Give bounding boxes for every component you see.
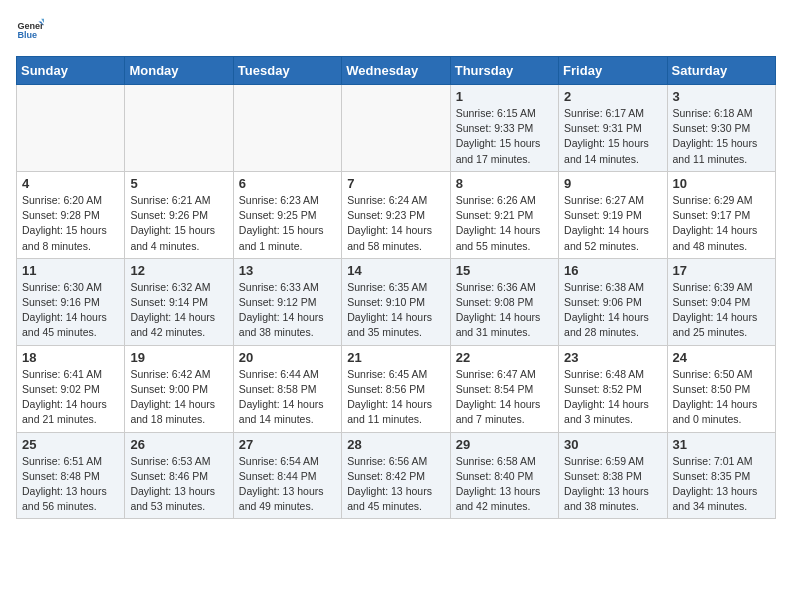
logo-icon: General Blue [16,16,44,44]
day-info: Sunrise: 6:48 AM Sunset: 8:52 PM Dayligh… [564,367,661,428]
day-cell-19: 19Sunrise: 6:42 AM Sunset: 9:00 PM Dayli… [125,345,233,432]
day-number: 19 [130,350,227,365]
day-number: 8 [456,176,553,191]
week-row-3: 11Sunrise: 6:30 AM Sunset: 9:16 PM Dayli… [17,258,776,345]
day-info: Sunrise: 6:23 AM Sunset: 9:25 PM Dayligh… [239,193,336,254]
day-cell-5: 5Sunrise: 6:21 AM Sunset: 9:26 PM Daylig… [125,171,233,258]
day-info: Sunrise: 6:30 AM Sunset: 9:16 PM Dayligh… [22,280,119,341]
day-number: 5 [130,176,227,191]
day-info: Sunrise: 6:53 AM Sunset: 8:46 PM Dayligh… [130,454,227,515]
day-number: 12 [130,263,227,278]
day-cell-3: 3Sunrise: 6:18 AM Sunset: 9:30 PM Daylig… [667,85,775,172]
day-info: Sunrise: 6:20 AM Sunset: 9:28 PM Dayligh… [22,193,119,254]
col-header-thursday: Thursday [450,57,558,85]
day-info: Sunrise: 6:26 AM Sunset: 9:21 PM Dayligh… [456,193,553,254]
day-number: 27 [239,437,336,452]
svg-text:Blue: Blue [17,30,37,40]
header: General Blue [16,16,776,44]
day-cell-29: 29Sunrise: 6:58 AM Sunset: 8:40 PM Dayli… [450,432,558,519]
logo: General Blue [16,16,48,44]
day-info: Sunrise: 6:45 AM Sunset: 8:56 PM Dayligh… [347,367,444,428]
day-info: Sunrise: 6:18 AM Sunset: 9:30 PM Dayligh… [673,106,770,167]
day-cell-23: 23Sunrise: 6:48 AM Sunset: 8:52 PM Dayli… [559,345,667,432]
day-cell-14: 14Sunrise: 6:35 AM Sunset: 9:10 PM Dayli… [342,258,450,345]
col-header-wednesday: Wednesday [342,57,450,85]
day-info: Sunrise: 6:54 AM Sunset: 8:44 PM Dayligh… [239,454,336,515]
day-number: 3 [673,89,770,104]
day-info: Sunrise: 6:42 AM Sunset: 9:00 PM Dayligh… [130,367,227,428]
col-header-sunday: Sunday [17,57,125,85]
day-number: 20 [239,350,336,365]
day-number: 14 [347,263,444,278]
day-headers: SundayMondayTuesdayWednesdayThursdayFrid… [17,57,776,85]
day-info: Sunrise: 6:44 AM Sunset: 8:58 PM Dayligh… [239,367,336,428]
day-cell-4: 4Sunrise: 6:20 AM Sunset: 9:28 PM Daylig… [17,171,125,258]
day-number: 31 [673,437,770,452]
day-cell-26: 26Sunrise: 6:53 AM Sunset: 8:46 PM Dayli… [125,432,233,519]
day-info: Sunrise: 6:33 AM Sunset: 9:12 PM Dayligh… [239,280,336,341]
day-number: 10 [673,176,770,191]
day-cell-30: 30Sunrise: 6:59 AM Sunset: 8:38 PM Dayli… [559,432,667,519]
day-number: 4 [22,176,119,191]
day-number: 2 [564,89,661,104]
day-info: Sunrise: 6:32 AM Sunset: 9:14 PM Dayligh… [130,280,227,341]
empty-cell [17,85,125,172]
day-number: 1 [456,89,553,104]
day-number: 17 [673,263,770,278]
day-info: Sunrise: 6:27 AM Sunset: 9:19 PM Dayligh… [564,193,661,254]
week-row-1: 1Sunrise: 6:15 AM Sunset: 9:33 PM Daylig… [17,85,776,172]
day-cell-25: 25Sunrise: 6:51 AM Sunset: 8:48 PM Dayli… [17,432,125,519]
day-cell-1: 1Sunrise: 6:15 AM Sunset: 9:33 PM Daylig… [450,85,558,172]
day-number: 6 [239,176,336,191]
day-cell-6: 6Sunrise: 6:23 AM Sunset: 9:25 PM Daylig… [233,171,341,258]
day-info: Sunrise: 6:38 AM Sunset: 9:06 PM Dayligh… [564,280,661,341]
day-cell-11: 11Sunrise: 6:30 AM Sunset: 9:16 PM Dayli… [17,258,125,345]
day-number: 22 [456,350,553,365]
day-info: Sunrise: 7:01 AM Sunset: 8:35 PM Dayligh… [673,454,770,515]
day-info: Sunrise: 6:41 AM Sunset: 9:02 PM Dayligh… [22,367,119,428]
day-number: 23 [564,350,661,365]
day-cell-28: 28Sunrise: 6:56 AM Sunset: 8:42 PM Dayli… [342,432,450,519]
day-cell-8: 8Sunrise: 6:26 AM Sunset: 9:21 PM Daylig… [450,171,558,258]
day-cell-21: 21Sunrise: 6:45 AM Sunset: 8:56 PM Dayli… [342,345,450,432]
day-number: 24 [673,350,770,365]
week-row-2: 4Sunrise: 6:20 AM Sunset: 9:28 PM Daylig… [17,171,776,258]
day-cell-9: 9Sunrise: 6:27 AM Sunset: 9:19 PM Daylig… [559,171,667,258]
day-cell-31: 31Sunrise: 7:01 AM Sunset: 8:35 PM Dayli… [667,432,775,519]
day-number: 25 [22,437,119,452]
day-info: Sunrise: 6:36 AM Sunset: 9:08 PM Dayligh… [456,280,553,341]
day-number: 30 [564,437,661,452]
day-cell-16: 16Sunrise: 6:38 AM Sunset: 9:06 PM Dayli… [559,258,667,345]
day-info: Sunrise: 6:21 AM Sunset: 9:26 PM Dayligh… [130,193,227,254]
day-cell-2: 2Sunrise: 6:17 AM Sunset: 9:31 PM Daylig… [559,85,667,172]
day-cell-24: 24Sunrise: 6:50 AM Sunset: 8:50 PM Dayli… [667,345,775,432]
day-number: 9 [564,176,661,191]
day-cell-27: 27Sunrise: 6:54 AM Sunset: 8:44 PM Dayli… [233,432,341,519]
day-cell-13: 13Sunrise: 6:33 AM Sunset: 9:12 PM Dayli… [233,258,341,345]
day-cell-18: 18Sunrise: 6:41 AM Sunset: 9:02 PM Dayli… [17,345,125,432]
col-header-friday: Friday [559,57,667,85]
day-number: 16 [564,263,661,278]
empty-cell [125,85,233,172]
day-number: 28 [347,437,444,452]
day-number: 13 [239,263,336,278]
day-info: Sunrise: 6:59 AM Sunset: 8:38 PM Dayligh… [564,454,661,515]
day-info: Sunrise: 6:39 AM Sunset: 9:04 PM Dayligh… [673,280,770,341]
day-cell-12: 12Sunrise: 6:32 AM Sunset: 9:14 PM Dayli… [125,258,233,345]
day-info: Sunrise: 6:17 AM Sunset: 9:31 PM Dayligh… [564,106,661,167]
day-info: Sunrise: 6:29 AM Sunset: 9:17 PM Dayligh… [673,193,770,254]
day-cell-20: 20Sunrise: 6:44 AM Sunset: 8:58 PM Dayli… [233,345,341,432]
day-info: Sunrise: 6:58 AM Sunset: 8:40 PM Dayligh… [456,454,553,515]
day-cell-7: 7Sunrise: 6:24 AM Sunset: 9:23 PM Daylig… [342,171,450,258]
day-number: 11 [22,263,119,278]
day-cell-10: 10Sunrise: 6:29 AM Sunset: 9:17 PM Dayli… [667,171,775,258]
day-info: Sunrise: 6:51 AM Sunset: 8:48 PM Dayligh… [22,454,119,515]
day-number: 7 [347,176,444,191]
day-number: 18 [22,350,119,365]
day-number: 29 [456,437,553,452]
day-cell-15: 15Sunrise: 6:36 AM Sunset: 9:08 PM Dayli… [450,258,558,345]
day-info: Sunrise: 6:50 AM Sunset: 8:50 PM Dayligh… [673,367,770,428]
calendar-table: SundayMondayTuesdayWednesdayThursdayFrid… [16,56,776,519]
day-info: Sunrise: 6:24 AM Sunset: 9:23 PM Dayligh… [347,193,444,254]
week-row-5: 25Sunrise: 6:51 AM Sunset: 8:48 PM Dayli… [17,432,776,519]
